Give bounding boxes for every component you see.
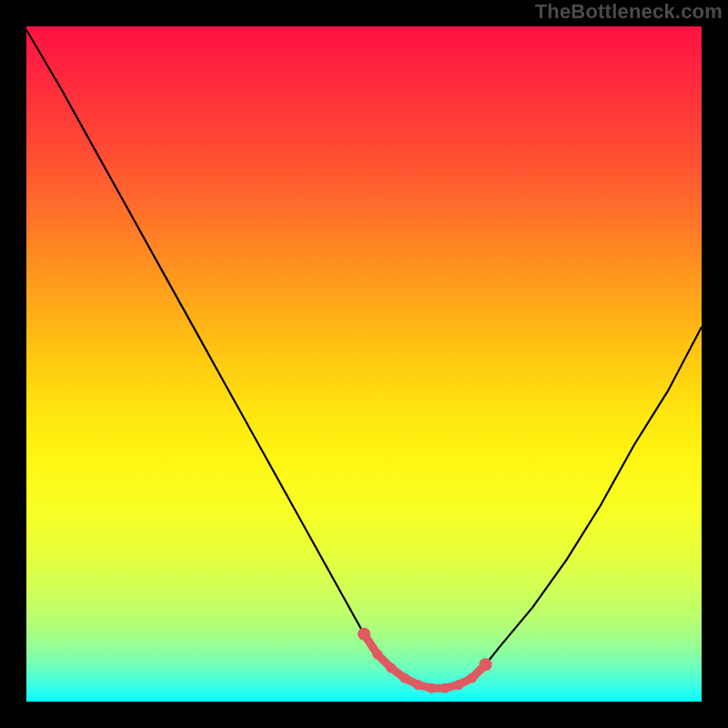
highlight-marker [453, 680, 463, 690]
highlight-marker [358, 628, 370, 641]
highlight-marker [413, 680, 423, 690]
chart-stage: TheBottleneck.com [0, 0, 728, 728]
highlight-band [364, 634, 486, 688]
highlight-marker [386, 662, 396, 672]
highlight-marker [480, 658, 492, 671]
watermark-label: TheBottleneck.com [535, 0, 723, 24]
marker-group [358, 628, 492, 693]
curve-path [26, 30, 702, 689]
highlight-marker [467, 673, 477, 683]
highlight-marker [372, 650, 382, 660]
highlight-marker [440, 683, 450, 693]
highlight-marker [427, 683, 437, 693]
highlight-marker [399, 673, 410, 683]
plot-area [26, 26, 702, 702]
bottleneck-curve [26, 26, 702, 702]
